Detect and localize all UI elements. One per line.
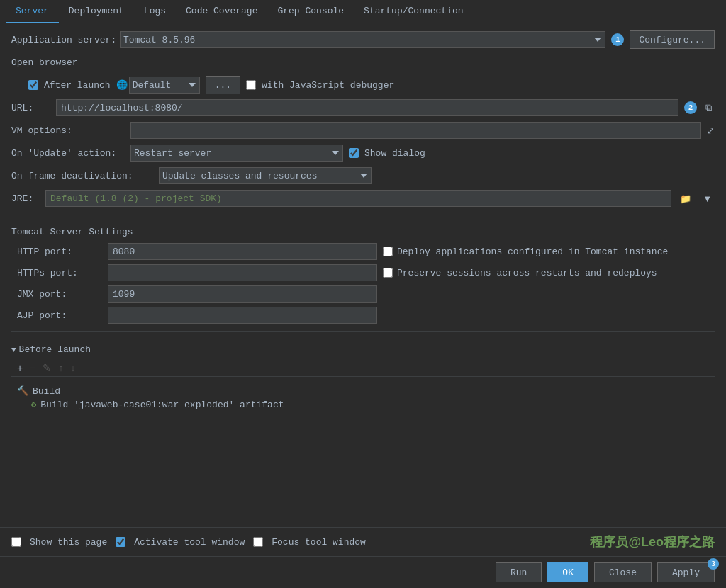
jre-row: JRE: 📁 ▼ <box>11 189 715 208</box>
tab-deployment[interactable]: Deployment <box>59 0 134 23</box>
activate-tool-label[interactable]: Activate tool window <box>134 537 245 548</box>
preserve-sessions-check-label[interactable]: Preserve sessions across restarts and re… <box>383 268 715 278</box>
jmx-port-input[interactable] <box>108 285 377 303</box>
application-server-select[interactable]: Tomcat 8.5.96 <box>120 31 605 48</box>
configure-button[interactable]: Configure... <box>630 30 715 49</box>
tab-grep-console[interactable]: Grep Console <box>267 0 354 23</box>
server-content: Application server: Tomcat 8.5.96 1 Conf… <box>0 23 726 527</box>
tab-startup-connection[interactable]: Startup/Connection <box>354 0 473 23</box>
before-launch-toolbar: + − ✎ ↑ ↓ <box>11 359 715 377</box>
on-update-row: On 'Update' action: Restart server Redep… <box>11 144 715 162</box>
deploy-applications-check-label[interactable]: Deploy applications configured in Tomcat… <box>383 247 715 257</box>
vm-options-label: VM options: <box>11 125 125 136</box>
apply-badge: 3 <box>708 558 719 570</box>
on-update-label: On 'Update' action: <box>11 148 125 159</box>
button-row: Run OK Close Apply 3 <box>0 556 726 588</box>
preserve-sessions-checkbox[interactable] <box>383 268 393 278</box>
build-artifact-label: Build 'javaweb-case01:war exploded' arti… <box>40 400 284 410</box>
ok-button[interactable]: OK <box>547 562 588 582</box>
url-copy-icon[interactable]: ⧉ <box>703 101 715 115</box>
http-port-input[interactable] <box>108 243 377 260</box>
show-dialog-checkbox[interactable] <box>349 148 359 158</box>
after-launch-row: After launch 🌐 Default ... with JavaScri… <box>28 76 715 94</box>
open-browser-section: Open browser <box>11 53 715 72</box>
url-input[interactable] <box>56 99 678 116</box>
artifact-icon: ⚙ <box>31 400 36 410</box>
show-dialog-label[interactable]: Show dialog <box>364 148 425 159</box>
jre-dropdown-icon[interactable]: ▼ <box>700 192 715 205</box>
browser-select[interactable]: Default <box>129 77 200 94</box>
before-launch-title: Before launch <box>19 344 91 355</box>
bottom-bar: Show this page Activate tool window Focu… <box>0 527 726 556</box>
apply-button[interactable]: Apply <box>657 562 715 582</box>
application-server-label: Application server: <box>11 35 114 45</box>
run-button[interactable]: Run <box>496 562 542 582</box>
move-down-button[interactable]: ↓ <box>67 361 78 375</box>
jre-input[interactable] <box>45 190 671 207</box>
show-page-checkbox[interactable] <box>11 537 21 547</box>
tab-server[interactable]: Server <box>6 0 59 23</box>
https-port-label: HTTPs port: <box>17 268 102 278</box>
collapse-icon[interactable]: ▼ <box>11 346 16 354</box>
jmx-port-label: JMX port: <box>17 289 102 300</box>
https-port-input[interactable] <box>108 264 377 281</box>
build-artifact-item[interactable]: ⚙ Build 'javaweb-case01:war exploded' ar… <box>31 398 709 412</box>
focus-tool-checkbox[interactable] <box>253 537 263 547</box>
js-debugger-label[interactable]: with JavaScript debugger <box>262 80 394 91</box>
jre-folder-icon[interactable]: 📁 <box>677 192 694 205</box>
build-icon: 🔨 <box>17 385 28 397</box>
deploy-applications-label: Deploy applications configured in Tomcat… <box>397 247 668 257</box>
after-launch-label[interactable]: After launch <box>44 80 111 91</box>
apply-button-wrapper: Apply 3 <box>657 562 715 582</box>
watermark: 程序员@Leo程序之路 <box>590 533 715 550</box>
close-button[interactable]: Close <box>594 562 652 582</box>
activate-tool-checkbox[interactable] <box>116 537 125 547</box>
url-row: URL: 2 ⧉ <box>11 98 715 117</box>
ajp-port-label: AJP port: <box>17 310 102 321</box>
deploy-applications-checkbox[interactable] <box>383 247 393 256</box>
browser-ellipsis-button[interactable]: ... <box>206 76 240 94</box>
show-page-label[interactable]: Show this page <box>30 537 107 548</box>
tomcat-settings-grid: HTTP port: Deploy applications configure… <box>17 243 715 324</box>
tab-bar: Server Deployment Logs Code Coverage Gre… <box>0 0 726 23</box>
url-badge: 2 <box>684 101 697 114</box>
on-frame-select[interactable]: Update classes and resources Do nothing … <box>159 167 372 184</box>
on-frame-row: On frame deactivation: Update classes an… <box>11 166 715 185</box>
application-server-row: Application server: Tomcat 8.5.96 1 Conf… <box>11 30 715 49</box>
build-label: Build <box>33 386 60 397</box>
open-browser-label: Open browser <box>11 57 78 68</box>
remove-button[interactable]: − <box>27 361 38 375</box>
focus-tool-label[interactable]: Focus tool window <box>272 537 366 548</box>
http-port-label: HTTP port: <box>17 247 102 257</box>
ajp-port-input[interactable] <box>108 307 377 324</box>
jre-label: JRE: <box>11 193 40 204</box>
on-update-select[interactable]: Restart server Redeploy Update classes a… <box>130 145 343 162</box>
on-frame-label: On frame deactivation: <box>11 171 153 181</box>
move-up-button[interactable]: ↑ <box>55 361 66 375</box>
vm-options-input[interactable] <box>130 122 701 139</box>
js-debugger-checkbox[interactable] <box>246 80 256 90</box>
build-item-build: 🔨 Build <box>17 384 709 398</box>
preserve-sessions-label: Preserve sessions across restarts and re… <box>397 268 657 278</box>
vm-expand-button[interactable]: ⤢ <box>707 125 715 136</box>
add-button[interactable]: + <box>14 361 26 375</box>
application-server-badge: 1 <box>611 33 624 46</box>
tab-logs[interactable]: Logs <box>134 0 176 23</box>
tab-code-coverage[interactable]: Code Coverage <box>176 0 267 23</box>
after-launch-checkbox[interactable] <box>28 80 38 90</box>
build-list: 🔨 Build ⚙ Build 'javaweb-case01:war expl… <box>11 381 715 414</box>
before-launch-header: ▼ Before launch <box>11 344 715 355</box>
edit-button[interactable]: ✎ <box>40 361 54 375</box>
url-label: URL: <box>11 103 50 113</box>
tomcat-settings-title: Tomcat Server Settings <box>11 227 715 237</box>
vm-options-row: VM options: ⤢ <box>11 121 715 140</box>
